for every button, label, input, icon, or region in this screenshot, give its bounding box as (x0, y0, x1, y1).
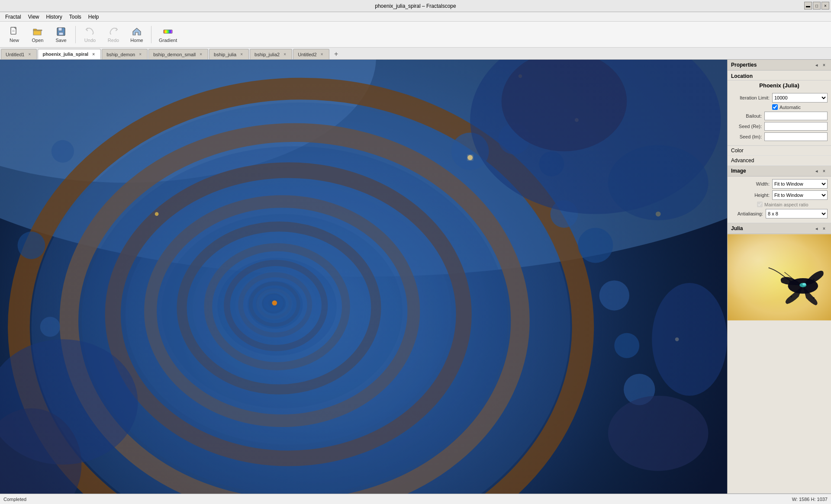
tabbar: Untitled1 × phoenix_julia_spiral × bship… (0, 48, 831, 60)
save-button[interactable]: Save (50, 24, 72, 45)
maintain-checkbox[interactable] (757, 202, 763, 207)
image-header: Image ◂ × (728, 166, 831, 177)
tab-close-bship-demon-small[interactable]: × (198, 52, 203, 57)
tab-untitled2[interactable]: Untitled2 × (293, 49, 329, 59)
image-section: Image ◂ × Width: Fit to Window Height: (728, 166, 831, 223)
tab-bship-julia[interactable]: bship_julia × (209, 49, 249, 59)
minimize-button[interactable]: ▬ (804, 2, 812, 10)
svg-point-63 (802, 283, 806, 286)
julia-header: Julia ◂ × (728, 223, 831, 234)
svg-point-66 (790, 296, 792, 298)
svg-rect-4 (58, 28, 62, 31)
properties-close-btn[interactable]: × (821, 61, 828, 68)
location-section: Location (728, 71, 831, 80)
redo-icon (108, 26, 119, 37)
automatic-label[interactable]: Automatic (779, 105, 801, 110)
new-button[interactable]: New (3, 24, 25, 45)
properties-header: Properties ◂ × (728, 60, 831, 71)
location-label: Location (728, 71, 831, 80)
window-title: phoenix_julia_spiral – Fractalscope (375, 3, 456, 9)
status-right: W: 1586 H: 1037 (792, 497, 828, 502)
gradient-icon (163, 26, 173, 37)
menu-view[interactable]: View (25, 13, 43, 21)
toolbar: New Open Save Undo Redo Home Gra (0, 22, 831, 48)
properties-panel: Properties ◂ × Location Phoenix (Julia) … (727, 60, 831, 494)
toolbar-sep-1 (75, 26, 76, 43)
height-row: Height: Fit to Window (731, 190, 828, 200)
image-section-label: Image (731, 168, 746, 174)
home-icon (132, 26, 142, 37)
new-icon (9, 26, 19, 37)
tab-close-bship-demon[interactable]: × (138, 52, 143, 57)
undo-button[interactable]: Undo (79, 24, 101, 45)
julia-section: Julia ◂ × (728, 223, 831, 494)
statusbar: Completed W: 1586 H: 1037 (0, 494, 831, 504)
redo-button[interactable]: Redo (103, 24, 124, 45)
svg-rect-6 (164, 30, 172, 33)
gradient-label: Gradient (159, 38, 177, 43)
bailout-input[interactable]: 1e+20 (764, 112, 828, 120)
close-button[interactable]: × (821, 2, 829, 10)
maximize-button[interactable]: □ (813, 2, 821, 10)
height-select[interactable]: Fit to Window (772, 190, 828, 200)
image-expand-btn[interactable]: ◂ (813, 167, 820, 174)
maintain-label: Maintain aspect ratio (764, 202, 808, 207)
seed-im-input[interactable]: -0.03346 (764, 132, 828, 141)
width-select[interactable]: Fit to Window (772, 179, 828, 189)
svg-rect-5 (59, 32, 63, 35)
properties-header-controls: ◂ × (813, 61, 828, 68)
gradient-button[interactable]: Gradient (155, 24, 181, 45)
julia-preview-svg (728, 234, 831, 321)
menu-tools[interactable]: Tools (66, 13, 85, 21)
automatic-row: Automatic (772, 104, 828, 110)
status-left: Completed (3, 497, 26, 502)
iteration-limit-row: Iteration Limit: 10000 (731, 93, 828, 103)
home-button[interactable]: Home (126, 24, 148, 45)
menu-history[interactable]: History (42, 13, 65, 21)
titlebar: phoenix_julia_spiral – Fractalscope ▬ □ … (0, 0, 831, 12)
bailout-label: Bailout: (731, 113, 764, 119)
tab-untitled1[interactable]: Untitled1 × (1, 49, 37, 59)
tab-close-untitled2[interactable]: × (319, 52, 325, 57)
seed-re-input[interactable]: -0.19208 (764, 122, 828, 131)
tab-close-bship-julia[interactable]: × (239, 52, 244, 57)
image-close-btn[interactable]: × (821, 167, 828, 174)
tab-close-bship-julia2[interactable]: × (282, 52, 287, 57)
julia-expand-btn[interactable]: ◂ (813, 225, 820, 232)
svg-point-65 (813, 279, 815, 280)
antialiasing-row: Antialiasing: None 2 x 2 4 x 4 8 x 8 16 … (731, 209, 828, 218)
redo-label: Redo (108, 38, 119, 43)
maintain-row: Maintain aspect ratio (757, 202, 828, 207)
julia-header-controls: ◂ × (813, 225, 828, 232)
undo-label: Undo (84, 38, 96, 43)
tab-add-button[interactable]: + (331, 49, 341, 59)
tab-close-untitled1[interactable]: × (27, 52, 32, 57)
canvas-area[interactable] (0, 60, 727, 494)
open-icon (32, 26, 43, 37)
automatic-checkbox[interactable] (772, 104, 778, 110)
julia-close-btn[interactable]: × (821, 225, 828, 232)
tab-close-phoenix[interactable]: × (91, 51, 96, 57)
seed-im-label: Seed (Im): (731, 134, 764, 139)
iteration-limit-select[interactable]: 10000 (772, 93, 828, 103)
advanced-row[interactable]: Advanced (728, 156, 831, 166)
properties-expand-btn[interactable]: ◂ (813, 61, 820, 68)
new-label: New (10, 38, 19, 43)
tab-phoenix-julia-spiral[interactable]: phoenix_julia_spiral × (38, 49, 101, 59)
antialiasing-select[interactable]: None 2 x 2 4 x 4 8 x 8 16 x 16 (766, 209, 828, 218)
window-controls: ▬ □ × (804, 2, 829, 10)
color-label: Color (731, 148, 744, 154)
height-label: Height: (731, 193, 772, 198)
save-icon (56, 26, 66, 37)
tab-bship-demon[interactable]: bship_demon × (102, 49, 148, 59)
formula-name: Phoenix (Julia) (728, 80, 831, 90)
color-row[interactable]: Color (728, 146, 831, 156)
tab-bship-julia2[interactable]: bship_julia2 × (250, 49, 292, 59)
menu-help[interactable]: Help (85, 13, 103, 21)
menu-fractal[interactable]: Fractal (2, 13, 25, 21)
tab-bship-demon-small[interactable]: bship_demon_small × (148, 49, 208, 59)
open-button[interactable]: Open (27, 24, 48, 45)
open-label: Open (32, 38, 44, 43)
save-label: Save (55, 38, 66, 43)
undo-icon (85, 26, 95, 37)
